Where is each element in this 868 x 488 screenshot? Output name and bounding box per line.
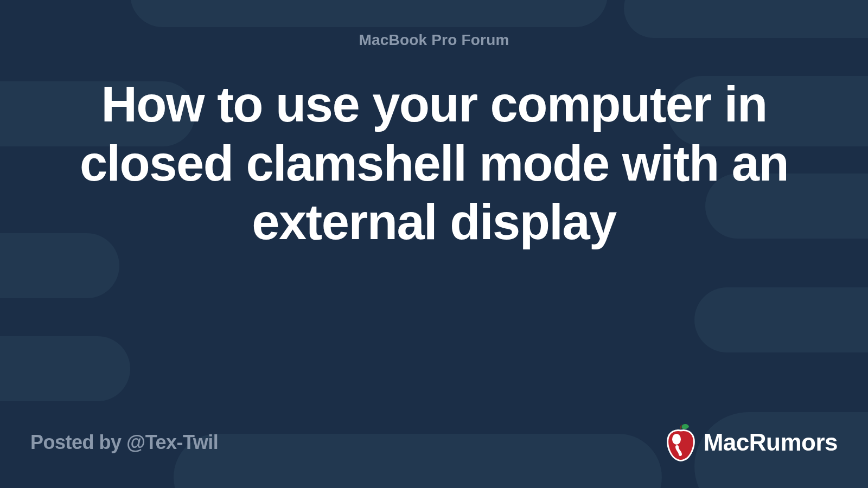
svg-point-0 [672,434,681,445]
macrumors-logo-icon [663,423,698,462]
footer: Posted by @Tex-Twil MacRumors [0,412,868,488]
forum-label: MacBook Pro Forum [359,31,509,49]
brand: MacRumors [663,423,838,462]
posted-by: Posted by @Tex-Twil [30,431,218,454]
thread-title: How to use your computer in closed clams… [54,75,814,252]
brand-name: MacRumors [704,429,838,456]
